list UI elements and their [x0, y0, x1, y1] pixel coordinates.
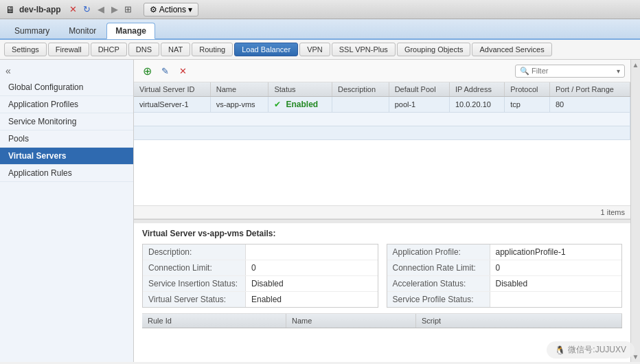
tab-summary[interactable]: Summary [5, 23, 58, 38]
virtual-servers-table: Virtual Server ID Name Status Descriptio… [134, 82, 630, 140]
sidebar: « Global Configuration Application Profi… [0, 60, 134, 362]
table-container: Virtual Server ID Name Status Descriptio… [134, 82, 630, 206]
subtab-grouping[interactable]: Grouping Objects [397, 43, 471, 56]
main-panel: ⊕ ✎ ✕ 🔍 ▾ Virtual Server ID Name Stat [134, 60, 630, 362]
detail-value-vs-status: Enabled [246, 292, 378, 307]
table-row-empty2 [134, 126, 630, 140]
sidebar-item-app-profiles[interactable]: Application Profiles [0, 96, 133, 113]
sidebar-item-pools[interactable]: Pools [0, 130, 133, 148]
filter-input[interactable] [532, 67, 617, 75]
subtab-load-balancer[interactable]: Load Balancer [234, 43, 298, 56]
cell-vs-status: ✔ Enabled [268, 97, 332, 113]
edit-button[interactable]: ✎ [157, 63, 172, 78]
detail-label-vs-status: Virtual Server Status: [143, 292, 246, 307]
detail-label-service-insertion: Service Insertion Status: [143, 276, 246, 291]
subtab-nat[interactable]: NAT [161, 43, 190, 56]
details-right-box: Application Profile: applicationProfile-… [387, 244, 623, 308]
col-port: Port / Port Range [549, 82, 630, 97]
table-row-empty [134, 113, 630, 126]
app-icon: 🖥 [5, 4, 15, 15]
subtab-dhcp[interactable]: DHCP [91, 43, 127, 56]
subtab-vpn[interactable]: VPN [299, 43, 330, 56]
col-description: Description [332, 82, 389, 97]
close-icon[interactable]: ✕ [68, 4, 79, 15]
add-button[interactable]: ⊕ [139, 63, 155, 78]
subtab-settings[interactable]: Settings [4, 43, 47, 56]
detail-value-conn-limit: 0 [246, 260, 378, 275]
detail-value-description [246, 244, 378, 260]
refresh-icon[interactable]: ↻ [82, 4, 93, 15]
filter-dropdown-icon[interactable]: ▾ [617, 67, 620, 75]
tab-manage[interactable]: Manage [106, 23, 155, 39]
detail-value-conn-rate: 0 [490, 260, 622, 275]
detail-label-conn-rate: Connection Rate Limit: [387, 260, 490, 275]
table-row[interactable]: virtualServer-1 vs-app-vms ✔ Enabled poo… [134, 97, 630, 113]
rules-col-script: Script [416, 314, 622, 328]
grid-icon[interactable]: ⊞ [123, 4, 134, 15]
detail-row-vs-status: Virtual Server Status: Enabled [143, 292, 378, 307]
col-status: Status [268, 82, 332, 97]
cell-default-pool: pool-1 [389, 97, 449, 113]
details-left-box: Description: Connection Limit: 0 Service… [142, 244, 378, 308]
sidebar-collapse-btn[interactable]: « [0, 62, 133, 79]
status-text: Enabled [286, 100, 319, 109]
detail-row-service-insertion: Service Insertion Status: Disabled [143, 276, 378, 292]
cell-vs-id: virtualServer-1 [134, 97, 210, 113]
subtab-firewall[interactable]: Firewall [48, 43, 89, 56]
detail-value-app-profile: applicationProfile-1 [490, 244, 622, 260]
rules-col-id: Rule Id [142, 314, 286, 328]
detail-label-app-profile: Application Profile: [387, 244, 490, 260]
content-area: « Global Configuration Application Profi… [0, 60, 640, 362]
subtab-routing[interactable]: Routing [192, 43, 233, 56]
detail-label-accel: Acceleration Status: [387, 276, 490, 291]
col-protocol: Protocol [505, 82, 550, 97]
app-title: dev-lb-app [19, 5, 61, 14]
status-check-icon: ✔ [274, 100, 281, 109]
dropdown-arrow-icon: ▾ [188, 5, 192, 14]
sidebar-item-virtual-servers[interactable]: Virtual Servers [0, 148, 133, 165]
delete-button[interactable]: ✕ [175, 63, 190, 78]
detail-value-accel: Disabled [490, 276, 622, 291]
sidebar-item-global-config[interactable]: Global Configuration [0, 79, 133, 96]
cell-port: 80 [549, 97, 630, 113]
search-icon: 🔍 [520, 67, 529, 76]
gear-icon: ⚙ [150, 5, 157, 14]
cell-protocol: tcp [505, 97, 550, 113]
detail-row-service-profile: Service Profile Status: [387, 292, 622, 307]
scrollbar[interactable]: ▲ ▼ [630, 60, 640, 362]
toolbar: ⊕ ✎ ✕ 🔍 ▾ [134, 60, 630, 82]
subtab-advanced[interactable]: Advanced Services [472, 43, 551, 56]
items-count: 1 items [134, 206, 630, 219]
detail-label-service-profile: Service Profile Status: [387, 292, 490, 307]
sidebar-item-app-rules[interactable]: Application Rules [0, 165, 133, 182]
col-name: Name [210, 82, 268, 97]
cell-description [332, 97, 389, 113]
actions-label: Actions [159, 5, 186, 14]
details-section: Virtual Server vs-app-vms Details: Descr… [134, 223, 630, 334]
back-icon[interactable]: ◀ [95, 4, 106, 15]
actions-container: ⚙ Actions ▾ [144, 3, 198, 16]
details-grid: Description: Connection Limit: 0 Service… [142, 244, 622, 308]
main-tabs: Summary Monitor Manage [0, 19, 640, 40]
titlebar-icons: ✕ ↻ ◀ ▶ ⊞ [68, 4, 134, 15]
detail-value-service-profile [490, 292, 622, 307]
cell-vs-name: vs-app-vms [210, 97, 268, 113]
detail-value-service-insertion: Disabled [246, 276, 378, 291]
rules-col-name: Name [286, 314, 415, 328]
detail-label-conn-limit: Connection Limit: [143, 260, 246, 275]
subtab-dns[interactable]: DNS [128, 43, 159, 56]
actions-button[interactable]: ⚙ Actions ▾ [144, 3, 198, 16]
subtab-ssl-vpn[interactable]: SSL VPN-Plus [332, 43, 396, 56]
tab-monitor[interactable]: Monitor [60, 23, 105, 38]
detail-row-description: Description: [143, 244, 378, 260]
rules-table: Rule Id Name Script [142, 314, 622, 328]
sub-tabs: Settings Firewall DHCP DNS NAT Routing L… [0, 40, 640, 60]
detail-row-app-profile: Application Profile: applicationProfile-… [387, 244, 622, 260]
sidebar-item-service-monitoring[interactable]: Service Monitoring [0, 113, 133, 130]
titlebar: 🖥 dev-lb-app ✕ ↻ ◀ ▶ ⊞ ⚙ Actions ▾ [0, 0, 640, 19]
rules-section: Rule Id Name Script [142, 313, 622, 328]
detail-row-conn-rate: Connection Rate Limit: 0 [387, 260, 622, 276]
forward-icon[interactable]: ▶ [109, 4, 120, 15]
col-ip-address: IP Address [449, 82, 504, 97]
col-virtual-server-id: Virtual Server ID [134, 82, 210, 97]
